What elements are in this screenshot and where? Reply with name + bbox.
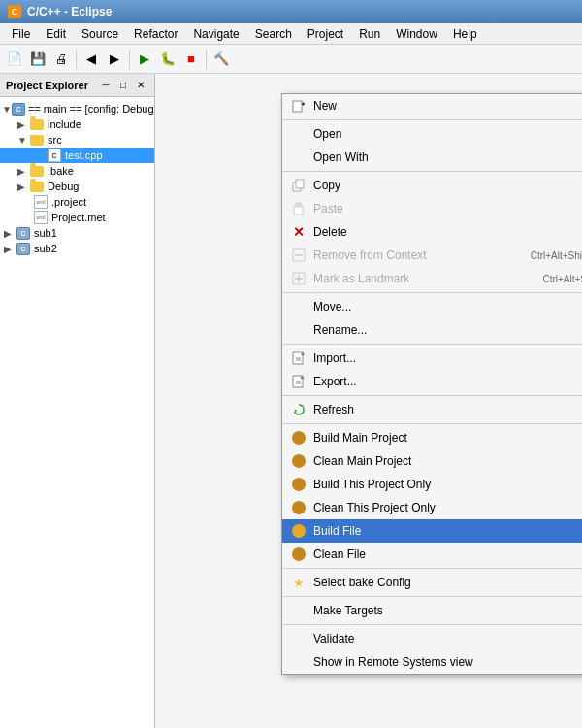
- menu-item-window[interactable]: Window: [388, 23, 445, 44]
- ctx-item-mark-landmark[interactable]: Mark as Landmark Ctrl+Alt+Shift+Up: [282, 267, 582, 290]
- star-icon: ★: [290, 575, 307, 590]
- tree-toggle-include: ▶: [17, 119, 29, 130]
- ctx-item-build-main[interactable]: Build Main Project: [282, 426, 582, 449]
- tree-item-bake[interactable]: ▶ .bake: [0, 163, 154, 179]
- toolbar-stop-btn[interactable]: ■: [180, 49, 202, 70]
- ctx-item-new[interactable]: New ▶: [282, 94, 582, 117]
- toolbar-sep-3: [206, 50, 207, 69]
- ctx-item-build-file[interactable]: Build File: [282, 519, 582, 543]
- ctx-item-remove-context[interactable]: Remove from Context Ctrl+Alt+Shift+Down: [282, 244, 582, 267]
- ctx-item-make-targets[interactable]: Make Targets ▶: [282, 599, 582, 622]
- ctx-label-build-file: Build File: [313, 524, 582, 538]
- ctx-sep-9: [282, 624, 582, 625]
- panel-minimize-btn[interactable]: ─: [98, 78, 113, 93]
- file-icon-project: xml: [33, 195, 48, 209]
- ctx-item-clean-file[interactable]: Clean File: [282, 543, 582, 566]
- ctx-item-export[interactable]: Export...: [282, 370, 582, 393]
- tree-toggle-bake: ▶: [17, 166, 29, 177]
- ctx-label-validate: Validate: [313, 632, 582, 645]
- ctx-label-copy: Copy: [313, 179, 568, 192]
- ctx-item-refresh[interactable]: Refresh F5: [282, 398, 582, 421]
- menu-item-search[interactable]: Search: [247, 23, 300, 44]
- tree-toggle-root: ▼: [2, 104, 12, 115]
- tree-root-label: == main == [config: Debug]: [28, 103, 155, 115]
- title-bar: C C/C++ - Eclipse: [0, 0, 582, 23]
- menu-item-source[interactable]: Source: [74, 23, 126, 44]
- ctx-item-openwith[interactable]: Open With ▶: [282, 146, 582, 169]
- ctx-label-new: New: [313, 99, 582, 113]
- ctx-item-clean-this[interactable]: Clean This Project Only: [282, 496, 582, 519]
- ctx-sep-3: [282, 292, 582, 293]
- toolbar-new-btn[interactable]: 📄: [4, 49, 25, 70]
- tree-item-testcpp[interactable]: C test.cpp: [0, 148, 154, 163]
- ctx-item-move[interactable]: Move...: [282, 295, 582, 318]
- ctx-label-clean-this: Clean This Project Only: [313, 501, 582, 514]
- tree-item-include[interactable]: ▶ include: [0, 116, 154, 132]
- tree-item-src[interactable]: ▼ src: [0, 132, 154, 148]
- ctx-item-show-remote[interactable]: Show in Remote Systems view: [282, 650, 582, 674]
- toolbar-run-btn[interactable]: ▶: [134, 49, 155, 70]
- ctx-label-rename: Rename...: [313, 323, 582, 337]
- tree-toggle-sub1: ▶: [4, 228, 16, 239]
- menu-item-navigate[interactable]: Navigate: [185, 23, 246, 44]
- menu-item-run[interactable]: Run: [351, 23, 388, 44]
- menu-item-project[interactable]: Project: [300, 23, 351, 44]
- ctx-item-select-bake[interactable]: ★ Select bake Config ▶: [282, 571, 582, 594]
- openwith-icon: [290, 149, 307, 165]
- menu-item-refactor[interactable]: Refactor: [126, 23, 185, 44]
- ctx-label-paste: Paste: [313, 202, 568, 215]
- ctx-label-remove-context: Remove from Context: [313, 248, 511, 262]
- tree-item-projectmet[interactable]: xml Project.met: [0, 210, 154, 225]
- toolbar-debug-btn[interactable]: 🐛: [157, 49, 178, 70]
- project-icon-sub1: C: [16, 226, 31, 240]
- ctx-item-import[interactable]: Import...: [282, 347, 582, 370]
- tree-item-project[interactable]: xml .project: [0, 194, 154, 210]
- ctx-item-rename[interactable]: Rename... F2: [282, 318, 582, 342]
- toolbar-save-btn[interactable]: 💾: [27, 49, 48, 70]
- tree-label-sub2: sub2: [34, 243, 57, 254]
- ctx-label-openwith: Open With: [313, 150, 582, 164]
- ctx-sep-7: [282, 568, 582, 569]
- ctx-sep-6: [282, 423, 582, 424]
- ctx-label-show-remote: Show in Remote Systems view: [313, 655, 582, 669]
- toolbar-print-btn[interactable]: 🖨: [50, 49, 72, 70]
- svg-rect-4: [296, 180, 304, 188]
- app-icon: C: [8, 5, 21, 18]
- ctx-sep-2: [282, 171, 582, 172]
- paste-icon: [290, 201, 307, 216]
- tree-root[interactable]: ▼ C == main == [config: Debug]: [0, 101, 154, 116]
- import-icon: [290, 350, 307, 366]
- svg-rect-0: [293, 101, 302, 112]
- ctx-label-clean-main: Clean Main Project: [313, 454, 582, 468]
- tree-label-src: src: [48, 134, 62, 146]
- tree-item-sub1[interactable]: ▶ C sub1: [0, 225, 154, 241]
- panel-maximize-btn[interactable]: □: [115, 78, 131, 93]
- ctx-label-build-this: Build This Project Only: [313, 478, 582, 491]
- ctx-item-open[interactable]: Open F3: [282, 122, 582, 146]
- ctx-item-delete[interactable]: ✕ Delete Delete: [282, 220, 582, 244]
- ctx-item-build-this[interactable]: Build This Project Only: [282, 473, 582, 496]
- ctx-item-paste[interactable]: Paste Ctrl+V: [282, 197, 582, 220]
- folder-icon-include: [29, 117, 45, 131]
- ctx-item-clean-main[interactable]: Clean Main Project: [282, 449, 582, 473]
- ctx-item-validate[interactable]: Validate: [282, 627, 582, 650]
- project-explorer-panel: Project Explorer ─ □ ✕ ▼ C == main == [c…: [0, 74, 155, 728]
- tree-item-debug[interactable]: ▶ Debug: [0, 179, 154, 194]
- toolbar-back-btn[interactable]: ◀: [81, 49, 102, 70]
- show-remote-icon: [290, 654, 307, 670]
- tree-toggle-debug: ▶: [17, 182, 29, 192]
- ctx-sep-5: [282, 395, 582, 396]
- panel-close-btn[interactable]: ✕: [133, 78, 148, 93]
- ctx-label-delete: Delete: [313, 225, 567, 239]
- make-targets-icon: [290, 603, 307, 618]
- toolbar-forward-btn[interactable]: ▶: [104, 49, 125, 70]
- tree-item-sub2[interactable]: ▶ C sub2: [0, 241, 154, 256]
- menu-item-help[interactable]: Help: [445, 23, 485, 44]
- toolbar: 📄 💾 🖨 ◀ ▶ ▶ 🐛 ■ 🔨: [0, 45, 582, 74]
- refresh-icon: [290, 402, 307, 417]
- build-main-icon: [290, 430, 307, 446]
- menu-item-edit[interactable]: Edit: [38, 23, 74, 44]
- menu-item-file[interactable]: File: [4, 23, 38, 44]
- ctx-item-copy[interactable]: Copy Ctrl+C: [282, 174, 582, 197]
- toolbar-build-btn[interactable]: 🔨: [210, 49, 232, 70]
